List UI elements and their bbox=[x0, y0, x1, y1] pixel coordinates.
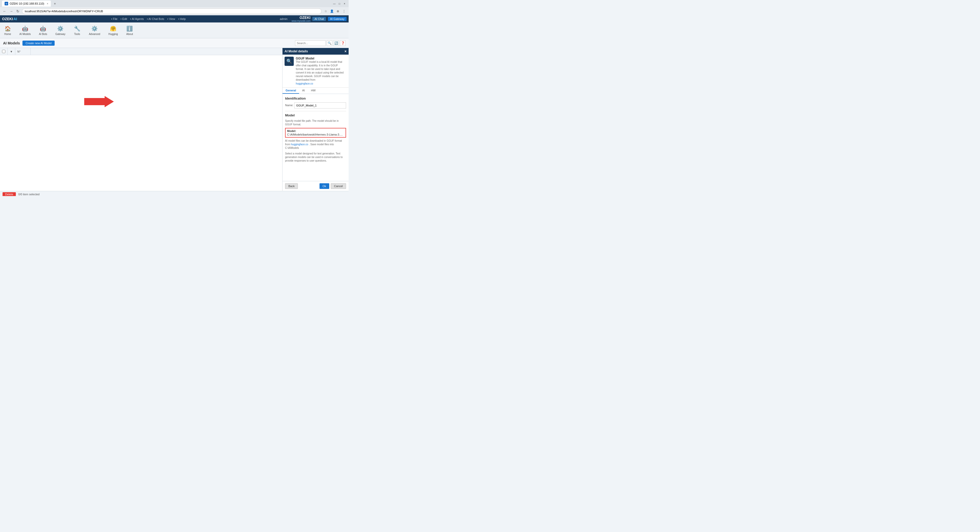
hugging-icon: 🤗 bbox=[110, 25, 117, 32]
new-tab-btn[interactable]: + bbox=[52, 1, 57, 6]
refresh-list-btn[interactable]: 🔄 bbox=[333, 40, 339, 46]
brand-url: www.myozeki.com bbox=[291, 20, 310, 22]
create-new-model-btn[interactable]: Create new AI Model bbox=[22, 41, 55, 46]
toolbar-advanced[interactable]: ⚙️ Advanced bbox=[87, 24, 102, 37]
delete-btn[interactable]: Delete bbox=[3, 192, 16, 196]
back-btn[interactable]: Back bbox=[285, 183, 298, 189]
menu-view[interactable]: • View bbox=[167, 18, 175, 21]
tools-icon: 🔧 bbox=[73, 25, 81, 32]
app-logo: OZEKI AI bbox=[2, 17, 17, 21]
address-bar-icons: ☆ 👤 ⊕ ⋮ bbox=[323, 9, 347, 14]
name-input[interactable] bbox=[294, 102, 346, 108]
select-all-checkbox[interactable] bbox=[2, 50, 5, 53]
col-expand[interactable]: ▼ bbox=[8, 48, 15, 55]
minimize-btn[interactable]: — bbox=[332, 2, 336, 6]
toolbar-gateway[interactable]: ⚙️ Gateway bbox=[53, 24, 67, 37]
close-btn[interactable]: × bbox=[342, 2, 347, 6]
ai-bots-icon: 🤖 bbox=[40, 25, 47, 32]
menu-help[interactable]: • Help bbox=[178, 18, 186, 21]
about-icon: ℹ️ bbox=[126, 25, 133, 32]
toolbar-ai-bots[interactable]: 🤖 AI Bots bbox=[37, 24, 49, 37]
address-input[interactable] bbox=[22, 8, 321, 14]
app-right: admin OZEKI www.myozeki.com AI Chat AI G… bbox=[280, 16, 347, 22]
tab-hw[interactable]: HW bbox=[308, 88, 318, 94]
model-field-label: Model: bbox=[287, 129, 344, 132]
browser-tab[interactable]: O OZEKI 10 (192.168.93.110) × bbox=[2, 0, 51, 6]
profile-icon[interactable]: 👤 bbox=[329, 9, 334, 14]
home-label: Home bbox=[4, 33, 11, 35]
hugging-label: Hugging bbox=[108, 33, 118, 35]
toolbar-hugging[interactable]: 🤗 Hugging bbox=[107, 24, 120, 37]
right-panel: AI Model details × 🔍 GGUF Model The GGUF… bbox=[282, 48, 348, 191]
menu-ai-chatbots[interactable]: • AI Chat Bots bbox=[147, 18, 164, 21]
panel-title: AI Model details bbox=[285, 49, 308, 53]
extra-desc: AI model files can be downloaded in GGUF… bbox=[285, 139, 346, 150]
refresh-btn[interactable]: ↻ bbox=[15, 9, 21, 14]
gen-desc: Select a model designed for text generat… bbox=[285, 152, 346, 162]
panel-tabs: General AI HW bbox=[283, 88, 348, 94]
ai-gateway-btn[interactable]: AI Gateway bbox=[328, 17, 347, 21]
cancel-btn[interactable]: Cancel bbox=[331, 183, 346, 189]
tab-general[interactable]: General bbox=[283, 88, 299, 94]
model-field-highlighted: Model: C:\AIModels\bartowski\Hermes-3-Ll… bbox=[285, 128, 346, 138]
model-link[interactable]: huggingface.co bbox=[296, 82, 313, 85]
search-area: 🔍 🔄 ❓ bbox=[295, 40, 345, 46]
toolbar-home[interactable]: 🏠 Home bbox=[2, 24, 13, 37]
help-btn[interactable]: ❓ bbox=[340, 40, 345, 46]
panel-body: Identification Name: Model Specify model… bbox=[283, 94, 348, 181]
name-label: Name: bbox=[285, 104, 293, 107]
tab-icon: O bbox=[5, 2, 8, 5]
model-field-value: C:\AIModels\bartowski\Hermes-3-Llama-3.1… bbox=[287, 133, 344, 136]
ai-models-icon: 🤖 bbox=[21, 25, 29, 32]
tab-close-btn[interactable]: × bbox=[47, 2, 48, 5]
address-bar: ← → ↻ ☆ 👤 ⊕ ⋮ bbox=[0, 7, 348, 15]
ozeki-brand: OZEKI bbox=[291, 16, 310, 20]
identification-title: Identification bbox=[285, 97, 346, 100]
toolbar-tools[interactable]: 🔧 Tools bbox=[72, 24, 83, 37]
model-spec-desc: Specify model file path. The model shoul… bbox=[285, 119, 346, 126]
bookmark-icon[interactable]: ☆ bbox=[323, 9, 328, 14]
tab-ai[interactable]: AI bbox=[299, 88, 308, 94]
gateway-label: Gateway bbox=[56, 33, 65, 35]
panel-close-btn[interactable]: × bbox=[345, 49, 347, 53]
panel-titlebar: AI Model details × bbox=[283, 48, 348, 55]
toolbar: 🏠 Home 🤖 AI Models 🤖 AI Bots ⚙️ Gateway … bbox=[0, 22, 348, 38]
tab-title: OZEKI 10 (192.168.93.110) bbox=[10, 2, 44, 5]
model-icon: 🔍 bbox=[285, 57, 294, 66]
advanced-icon: ⚙️ bbox=[91, 25, 98, 32]
status-text: 0/0 item selected bbox=[18, 193, 40, 196]
ai-chat-btn[interactable]: AI Chat bbox=[312, 17, 326, 21]
logo-ozeki: OZEKI bbox=[2, 17, 13, 21]
ok-btn[interactable]: Ok bbox=[320, 183, 329, 189]
forward-nav-btn[interactable]: → bbox=[9, 9, 14, 14]
toolbar-ai-models[interactable]: 🤖 AI Models bbox=[18, 24, 33, 37]
app-header: OZEKI AI • File • Edit • AI Agents • AI … bbox=[0, 15, 348, 22]
model-description: The GGUF model is a local AI model that … bbox=[296, 60, 347, 82]
app-menu: • File • Edit • AI Agents • AI Chat Bots… bbox=[111, 18, 186, 21]
panel-footer: Back Ok Cancel bbox=[283, 181, 348, 191]
page-title: AI Models bbox=[3, 41, 20, 45]
gateway-icon: ⚙️ bbox=[57, 25, 64, 32]
maximize-btn[interactable]: □ bbox=[337, 2, 342, 6]
panel-model-info: 🔍 GGUF Model The GGUF model is a local A… bbox=[283, 55, 348, 88]
search-btn[interactable]: 🔍 bbox=[327, 40, 332, 46]
toolbar-about[interactable]: ℹ️ About bbox=[124, 24, 135, 37]
ai-models-label: AI Models bbox=[19, 33, 30, 35]
ai-bots-label: AI Bots bbox=[39, 33, 47, 35]
name-field-row: Name: bbox=[285, 102, 346, 108]
browser-titlebar: O OZEKI 10 (192.168.93.110) × + — □ × bbox=[0, 0, 348, 7]
search-input[interactable] bbox=[295, 40, 326, 46]
menu-ai-agents[interactable]: • AI Agents bbox=[130, 18, 144, 21]
user-badge: admin bbox=[280, 18, 287, 21]
menu-icon[interactable]: ⋮ bbox=[342, 9, 347, 14]
menu-file[interactable]: • File bbox=[111, 18, 118, 21]
extensions-icon[interactable]: ⊕ bbox=[335, 9, 340, 14]
logo-text: OZEKI AI bbox=[2, 17, 17, 21]
extra-link[interactable]: huggingface.co bbox=[291, 143, 308, 146]
tools-label: Tools bbox=[74, 33, 80, 35]
model-info-text: GGUF Model The GGUF model is a local AI … bbox=[296, 57, 347, 85]
menu-edit[interactable]: • Edit bbox=[121, 18, 127, 21]
logo-ai: AI bbox=[14, 17, 17, 21]
back-nav-btn[interactable]: ← bbox=[2, 9, 7, 14]
model-name: GGUF Model bbox=[296, 57, 347, 60]
